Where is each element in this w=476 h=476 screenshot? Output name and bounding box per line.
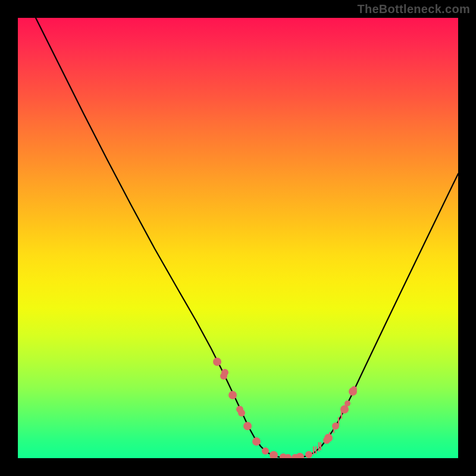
svg-point-13 xyxy=(296,453,304,458)
svg-point-19 xyxy=(345,400,350,406)
svg-point-6 xyxy=(243,422,252,430)
svg-point-16 xyxy=(324,434,333,442)
svg-point-3 xyxy=(228,391,237,399)
svg-point-8 xyxy=(262,447,269,455)
chart-frame: TheBottleneck.com xyxy=(0,0,476,476)
svg-point-7 xyxy=(252,437,261,446)
svg-point-21 xyxy=(351,386,357,392)
svg-point-14 xyxy=(305,451,312,458)
svg-point-9 xyxy=(270,451,278,458)
svg-point-5 xyxy=(238,409,245,416)
chart-svg xyxy=(18,18,458,458)
plot-area xyxy=(18,18,458,458)
svg-point-2 xyxy=(221,369,228,376)
watermark-text: TheBottleneck.com xyxy=(357,2,470,16)
svg-point-0 xyxy=(213,358,221,366)
